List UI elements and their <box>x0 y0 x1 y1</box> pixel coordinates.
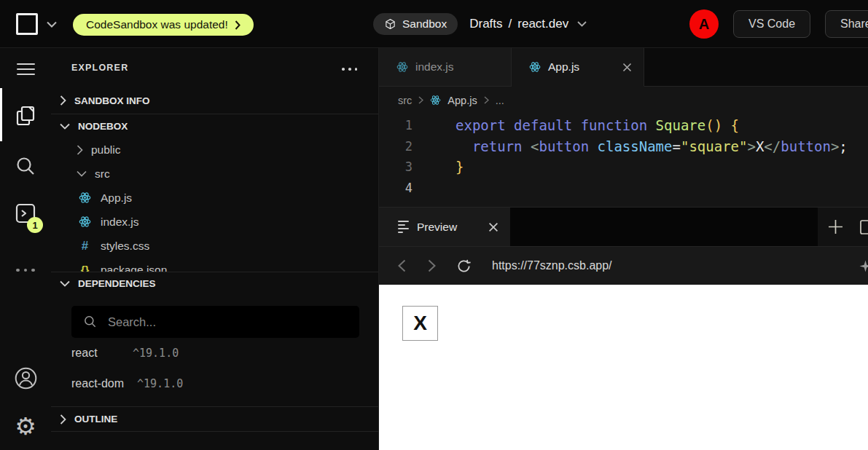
open-in-vscode-button[interactable]: VS Code <box>733 10 810 38</box>
section-label: DEPENDENCIES <box>78 278 156 289</box>
dependency-name: react <box>71 347 120 360</box>
chevron-left-icon <box>398 259 406 272</box>
react-icon <box>79 216 91 228</box>
breadcrumb-file[interactable]: App.js <box>447 95 477 106</box>
project-breadcrumb[interactable]: Drafts / react.dev <box>469 17 587 31</box>
account-button[interactable] <box>0 354 51 402</box>
add-devtool-button[interactable] <box>828 219 843 234</box>
sandbox-badge[interactable]: Sandbox <box>373 13 458 35</box>
address-bar[interactable]: https://77sznp.csb.app/ <box>492 259 612 272</box>
tree-item-public[interactable]: public <box>51 138 378 162</box>
sandbox-badge-label: Sandbox <box>402 17 447 31</box>
tab-bar-empty-space <box>644 48 868 87</box>
dependency-search <box>71 306 359 338</box>
breadcrumb-more[interactable]: ... <box>496 95 504 106</box>
active-view-indicator <box>0 88 2 141</box>
preview-tab-bar-empty <box>510 208 818 246</box>
chevron-right-icon <box>60 95 66 106</box>
plus-icon <box>828 219 843 234</box>
close-tab-button[interactable] <box>622 63 632 72</box>
tree-item-label: public <box>91 143 121 157</box>
code-line-text[interactable]: return <button className="square">X</but… <box>431 138 848 154</box>
chevron-right-icon <box>235 20 241 30</box>
section-nodebox[interactable]: NODEBOX <box>51 114 378 138</box>
dependency-row-react-dom[interactable]: react-dom ^19.1.0 <box>51 368 378 399</box>
back-button[interactable] <box>398 259 406 272</box>
forward-button[interactable] <box>428 259 436 272</box>
update-banner-button[interactable]: CodeSandbox was updated! <box>73 14 254 36</box>
explorer-view-button[interactable] <box>0 90 51 141</box>
code-line[interactable]: 2 return <button className="square">X</b… <box>379 136 868 157</box>
refresh-icon <box>456 258 472 274</box>
tree-item-package-json[interactable]: {} package.json <box>51 258 378 272</box>
code-editor[interactable]: 1export default function Square() {2 ret… <box>379 114 868 207</box>
react-icon <box>79 192 91 204</box>
search-view-button[interactable] <box>0 141 51 191</box>
refresh-button[interactable] <box>456 258 472 274</box>
window-frame-icon <box>859 219 868 235</box>
codesandbox-window: CodeSandbox was updated! Sandbox Drafts … <box>0 0 868 450</box>
line-number: 4 <box>379 181 431 195</box>
tree-item-index-js[interactable]: index.js <box>51 210 378 234</box>
dependency-row-react[interactable]: react ^19.1.0 <box>51 338 378 368</box>
ellipsis-icon <box>14 261 37 275</box>
square-game-button[interactable]: X <box>402 306 438 341</box>
open-in-new-window-button[interactable] <box>859 219 868 235</box>
explorer-sidebar: EXPLORER SANDBOX INFO NODEBOX public src… <box>51 48 379 450</box>
tab-label: index.js <box>415 60 454 74</box>
workspace-name: Drafts <box>469 17 502 31</box>
explorer-more-actions-button[interactable] <box>340 63 359 73</box>
hamburger-icon <box>17 60 35 79</box>
search-icon <box>15 155 36 177</box>
close-icon <box>622 63 632 72</box>
preview-actions <box>818 208 868 246</box>
avatar[interactable]: A <box>689 9 719 39</box>
section-label: NODEBOX <box>78 121 128 132</box>
code-line[interactable]: 3} <box>379 157 868 178</box>
dependency-search-input[interactable] <box>106 315 348 330</box>
project-name: react.dev <box>517 17 568 31</box>
chevron-down-icon[interactable] <box>47 21 57 28</box>
json-icon: {} <box>79 264 91 272</box>
devtools-count-badge: 1 <box>27 217 43 233</box>
tab-index-js[interactable]: index.js <box>379 48 512 87</box>
react-icon <box>529 61 541 73</box>
dependency-version: ^19.1.0 <box>137 377 183 390</box>
code-line[interactable]: 1export default function Square() { <box>379 115 868 136</box>
share-button[interactable]: Share <box>825 10 868 38</box>
tab-app-js[interactable]: App.js <box>512 48 644 87</box>
section-sandbox-info[interactable]: SANDBOX INFO <box>51 87 378 114</box>
avatar-initial: A <box>699 16 709 33</box>
editor-breadcrumb: src App.js ... <box>379 87 868 114</box>
code-lines: 1export default function Square() {2 ret… <box>379 115 868 198</box>
code-line-text[interactable]: } <box>431 159 464 175</box>
sparkle-icon[interactable] <box>859 259 868 276</box>
tree-item-app-js[interactable]: App.js <box>51 186 378 210</box>
breadcrumb-folder[interactable]: src <box>398 95 412 106</box>
codesandbox-logo-icon[interactable] <box>16 13 38 35</box>
workspace-menu[interactable] <box>16 0 57 48</box>
chevron-down-icon[interactable] <box>577 21 587 27</box>
css-icon: # <box>79 239 91 253</box>
tree-item-label: styles.css <box>101 240 149 253</box>
more-views-button[interactable] <box>0 239 51 297</box>
main-menu-button[interactable] <box>0 48 51 90</box>
code-line-text[interactable]: export default function Square() { <box>431 117 739 133</box>
tree-item-label: index.js <box>101 216 139 229</box>
tree-clip: {} package.json <box>51 258 378 272</box>
explorer-header: EXPLORER <box>51 48 378 87</box>
devtools-view-button[interactable]: 1 <box>0 191 51 239</box>
tab-preview[interactable]: Preview <box>379 208 510 246</box>
header-actions: A VS Code Share <box>689 0 868 48</box>
close-preview-button[interactable] <box>488 222 498 232</box>
tree-item-src[interactable]: src <box>51 162 378 186</box>
section-label: OUTLINE <box>74 414 117 425</box>
section-outline[interactable]: OUTLINE <box>51 407 378 431</box>
dependency-version: ^19.1.0 <box>133 347 179 360</box>
settings-button[interactable]: ⚙ <box>0 402 51 450</box>
tree-item-styles-css[interactable]: # styles.css <box>51 234 378 258</box>
code-line[interactable]: 4 <box>379 178 868 199</box>
activity-bar: 1 ⚙ <box>0 48 51 450</box>
preview-tab-bar: Preview <box>379 207 868 246</box>
section-dependencies[interactable]: DEPENDENCIES <box>51 272 378 294</box>
